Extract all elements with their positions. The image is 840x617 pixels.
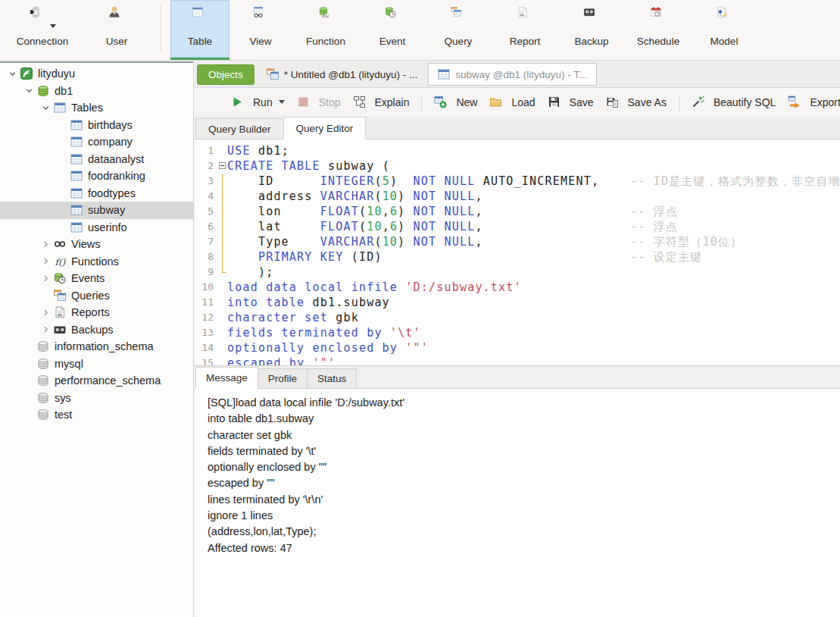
chevron-down-icon[interactable] [21, 85, 37, 97]
code-line-10[interactable]: 10load data local infile 'D:/subway.txt' [195, 280, 840, 295]
sql-editor[interactable]: 1USE db1;2CREATE TABLE subway (3 ID INTE… [195, 139, 840, 365]
tree-item-tables[interactable]: Tables [0, 99, 193, 117]
save-as-button[interactable]: Save As [600, 92, 673, 113]
toolbar-function[interactable]: f(x)Function [292, 0, 360, 60]
stop-icon [297, 96, 310, 108]
tree-item-queries[interactable]: Queries [0, 287, 193, 305]
chevron-right-icon[interactable] [38, 324, 54, 336]
tree-item-label: subway [88, 204, 125, 216]
chevron-down-icon[interactable] [5, 67, 20, 80]
code-line-4[interactable]: 4 address VARCHAR(10) NOT NULL, [195, 189, 840, 204]
fold-collapse-icon[interactable] [219, 162, 226, 169]
tree-item-performance-schema[interactable]: performance_schema [0, 372, 193, 390]
code-line-14[interactable]: 14optionally enclosed by '"' [195, 340, 840, 355]
tab-message[interactable]: Message [195, 367, 258, 389]
tree-item-label: birthdays [88, 119, 133, 131]
code-line-9[interactable]: 9 ); [195, 265, 840, 280]
tree-item-foodtypes[interactable]: foodtypes [0, 185, 193, 202]
chevron-right-icon[interactable] [38, 306, 54, 318]
tree-item-events[interactable]: Events [0, 270, 193, 287]
explain-icon [353, 96, 366, 108]
toolbar-event[interactable]: Event [360, 0, 425, 60]
code-line-12[interactable]: 12character set gbk [195, 310, 840, 325]
code-line-3[interactable]: 3 ID INTEGER(5) NOT NULL AUTO_INCREMENT,… [195, 174, 840, 189]
doc-tab-untitled-db1-lityduyu[interactable]: * Untitled @db1 (lityduyu) - ... [259, 61, 426, 88]
save-button[interactable]: Save [542, 92, 600, 113]
dropdown-caret-icon[interactable] [50, 24, 56, 28]
tree-item-reports[interactable]: Reports [0, 304, 193, 321]
dropdown-caret-icon[interactable] [279, 100, 285, 104]
toolbar-icon-row [450, 4, 467, 34]
tree-item-mysql[interactable]: mysql [0, 355, 193, 373]
document-tabs: * Untitled @db1 (lityduyu) - ...subway @… [254, 61, 598, 87]
chevron-right-icon[interactable] [38, 255, 54, 268]
tab-profile[interactable]: Profile [258, 368, 308, 388]
connection-tree[interactable]: lityduyudb1Tablesbirthdayscompanydataana… [0, 61, 194, 617]
toolbar-icon-row [650, 4, 667, 34]
code-line-5[interactable]: 5 lon FLOAT(10,6) NOT NULL,-- 浮点 [195, 204, 840, 219]
toolbar-schedule[interactable]: Schedule [625, 0, 692, 60]
code-line-2[interactable]: 2CREATE TABLE subway ( [195, 158, 840, 174]
chevron-right-icon[interactable] [38, 238, 54, 250]
tree-item-birthdays[interactable]: birthdays [0, 117, 193, 134]
line-number: 9 [195, 265, 217, 280]
toolbar-label: Report [510, 36, 541, 47]
line-number: 4 [195, 189, 217, 204]
toolbar-icon-row: f(x) [317, 4, 335, 34]
new-button[interactable]: New [428, 92, 483, 113]
tree-item-company[interactable]: company [0, 133, 193, 151]
load-button[interactable]: Load [483, 92, 541, 113]
toolbar-view[interactable]: View [230, 0, 292, 60]
tree-item-backups[interactable]: Backups [0, 321, 193, 339]
code-line-11[interactable]: 11into table db1.subway [195, 295, 840, 310]
tree-item-views[interactable]: Views [0, 236, 193, 253]
toolbar-user[interactable]: User [82, 0, 151, 60]
toolbar-query[interactable]: Query [425, 0, 492, 60]
beautify-sql-button[interactable]: Beautify SQL [685, 92, 782, 113]
tree-item-lityduyu[interactable]: lityduyu [0, 65, 193, 83]
chevron-right-icon[interactable] [38, 272, 54, 284]
toolbar-model[interactable]: Model [692, 0, 757, 60]
explain-button[interactable]: Explain [347, 92, 416, 113]
tree-item-label: db1 [55, 85, 73, 97]
tree-item-db1[interactable]: db1 [0, 83, 193, 100]
tree-item-sys[interactable]: sys [0, 390, 193, 407]
tab-objects[interactable]: Objects [197, 64, 254, 85]
code-line-7[interactable]: 7 Type VARCHAR(10) NOT NULL,-- 字符型（10位） [195, 234, 840, 249]
code-text: escaped by '"' [227, 355, 336, 365]
code-text: load data local infile 'D:/subway.txt' [227, 280, 522, 295]
stop-button[interactable]: Stop [291, 92, 347, 113]
message-line: ignore 1 lines [208, 508, 840, 524]
chevron-down-icon[interactable] [38, 102, 54, 114]
export-button[interactable]: Export [782, 92, 840, 113]
doc-tab-subway-db1-lityduyu-t[interactable]: subway @db1 (lityduyu) - T... [428, 63, 597, 86]
toolbar-table[interactable]: Table [170, 0, 230, 60]
tree-item-information-schema[interactable]: information_schema [0, 338, 193, 355]
toolbar-report[interactable]: Report [492, 0, 558, 60]
app-window: ConnectionUserTableViewf(x)FunctionEvent… [0, 0, 840, 617]
run-button[interactable]: Run [225, 92, 291, 113]
code-line-6[interactable]: 6 lat FLOAT(10,6) NOT NULL,-- 浮点 [195, 219, 840, 234]
table-small-icon [70, 136, 83, 148]
tab-query-builder[interactable]: Query Builder [195, 118, 284, 139]
code-line-8[interactable]: 8 PRIMARY KEY (ID)-- 设定主键 [195, 249, 840, 265]
tree-item-functions[interactable]: f()Functions [0, 253, 193, 271]
toolbar-backup[interactable]: Backup [558, 0, 625, 60]
query-icon [450, 6, 463, 32]
tree-item-subway[interactable]: subway [0, 202, 193, 219]
tree-item-label: mysql [55, 358, 83, 370]
tree-item-dataanalyst[interactable]: dataanalyst [0, 151, 193, 168]
toolbar-separator [421, 94, 422, 111]
tree-item-foodranking[interactable]: foodranking [0, 168, 193, 185]
tab-query-editor[interactable]: Query Editor [283, 117, 367, 139]
code-line-13[interactable]: 13fields terminated by '\t' [195, 325, 840, 340]
code-line-1[interactable]: 1USE db1; [195, 143, 840, 158]
chevron-empty [21, 340, 37, 352]
tab-status[interactable]: Status [307, 368, 357, 388]
code-line-15[interactable]: 15escaped by '"' [195, 355, 840, 365]
toolbar-label: Connection [17, 36, 68, 47]
tree-item-test[interactable]: test [0, 406, 193, 424]
toolbar-connection[interactable]: Connection [3, 0, 82, 60]
toolbar-icon-row [517, 4, 534, 34]
tree-item-userinfo[interactable]: userinfo [0, 219, 193, 236]
